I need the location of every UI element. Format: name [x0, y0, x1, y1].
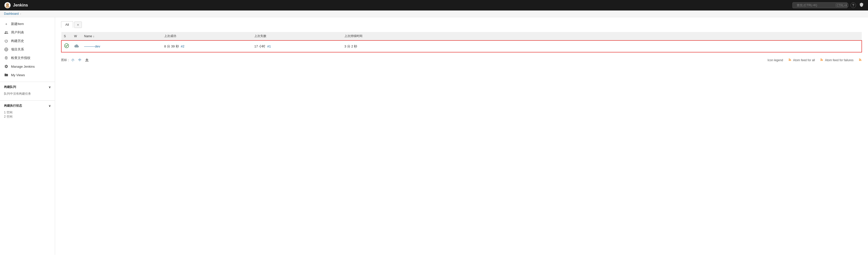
sidebar: + 新建Item 用户列表 构建历史 项目关系 检查文件指纹 [0, 17, 55, 255]
build-queue-header[interactable]: 构建队列 ∨ [0, 83, 55, 90]
icon-legend-button[interactable]: Icon legend [768, 59, 783, 62]
col-header-s: S [61, 32, 71, 40]
build-executor-slot-1: 1 空闲 [4, 110, 51, 115]
atom-feed-all-button[interactable]: Atom feed for all [788, 58, 815, 62]
job-last-duration-cell: 3 分 2 秒 [342, 40, 862, 52]
job-weather-cloud-icon [74, 45, 79, 49]
sidebar-label-file-fingerprint: 检查文件指纹 [11, 56, 31, 60]
main-content: All + S W Name ↓ 上次成功 [55, 17, 868, 255]
my-views-icon [4, 73, 8, 77]
build-queue-collapse-icon: ∨ [49, 85, 51, 89]
job-name-cell: ———-dev [82, 40, 162, 52]
breadcrumb: Dashboard › [0, 10, 868, 17]
app-logo: Jenkins [4, 2, 28, 9]
sidebar-label-users: 用户列表 [11, 30, 24, 35]
jenkins-logo-icon [4, 2, 11, 9]
icon-size-separator: : [68, 59, 69, 62]
svg-point-9 [789, 60, 789, 61]
job-last-success-cell: 8 分 39 秒 #2 [162, 40, 252, 52]
build-executor-collapse-icon: ∨ [49, 104, 51, 108]
app-name: Jenkins [13, 3, 28, 7]
users-icon [4, 30, 8, 35]
search-box[interactable]: CTRL+K [793, 2, 847, 8]
sidebar-item-manage-jenkins[interactable]: Manage Jenkins [0, 62, 55, 71]
manage-jenkins-icon [4, 64, 8, 69]
sidebar-item-my-views[interactable]: My Views [0, 71, 55, 79]
icon-size-small[interactable]: 小 [70, 58, 76, 63]
sidebar-item-project-relations[interactable]: 项目关系 [0, 45, 55, 54]
icon-legend-label: Icon legend [768, 59, 783, 62]
build-queue-title: 构建队列 [4, 85, 16, 89]
sidebar-item-build-history[interactable]: 构建历史 [0, 37, 55, 45]
svg-point-4 [8, 4, 8, 4]
help-button[interactable]: ? [850, 2, 856, 8]
sidebar-item-file-fingerprint[interactable]: 检查文件指纹 [0, 54, 55, 62]
jobs-table-head: S W Name ↓ 上次成功 上次失败 上次持续时间 [61, 32, 862, 40]
tab-all[interactable]: All [61, 21, 73, 28]
icon-size-controls: 图标 : 小 中 大 [61, 58, 90, 63]
last-failure-build-link[interactable]: #1 [267, 44, 271, 48]
new-item-icon: + [4, 22, 8, 26]
build-history-icon [4, 39, 8, 43]
atom-feed-all-icon [788, 58, 792, 62]
atom-feed-failures-icon [820, 58, 824, 62]
svg-point-11 [859, 60, 860, 61]
col-header-name[interactable]: Name ↓ [82, 32, 162, 40]
build-executor-title: 构建执行状态 [4, 104, 22, 108]
jobs-table-body: ———-dev 8 分 39 秒 #2 17 小时 #1 [61, 40, 862, 52]
icon-size-medium[interactable]: 中 [77, 58, 83, 63]
job-weather-cell [71, 40, 82, 52]
table-row: ———-dev 8 分 39 秒 #2 17 小时 #1 [61, 40, 862, 52]
job-status-success-icon [64, 44, 69, 49]
sidebar-item-users[interactable]: 用户列表 [0, 28, 55, 37]
atom-feed-failures-label: Atom feed for failures [825, 59, 854, 62]
page-layout: + 新建Item 用户列表 构建历史 项目关系 检查文件指纹 [0, 17, 868, 255]
sidebar-item-new-item[interactable]: + 新建Item [0, 20, 55, 28]
atom-feed-failures-button[interactable]: Atom feed for failures [820, 58, 854, 62]
breadcrumb-dashboard[interactable]: Dashboard [4, 12, 19, 15]
svg-point-3 [6, 4, 7, 4]
search-input[interactable] [797, 3, 834, 7]
sidebar-label-build-history: 构建历史 [11, 39, 24, 43]
atom-feed-all-label: Atom feed for all [793, 59, 815, 62]
job-name-link[interactable]: ———-dev [84, 44, 100, 48]
extra-feed-icon [859, 58, 862, 62]
jobs-table: S W Name ↓ 上次成功 上次失败 上次持续时间 [61, 32, 862, 52]
view-tabs: All + [61, 21, 862, 28]
search-shortcut: CTRL+K [836, 3, 848, 7]
breadcrumb-separator: › [20, 12, 21, 15]
col-header-last-duration: 上次持续时间 [342, 32, 862, 40]
last-success-build-link[interactable]: #2 [181, 44, 184, 48]
col-header-w: W [71, 32, 82, 40]
build-executor-header[interactable]: 构建执行状态 ∨ [0, 102, 55, 109]
build-executor-section: 构建执行状态 ∨ 1 空闲 2 空闲 [0, 100, 55, 121]
col-header-last-success: 上次成功 [162, 32, 252, 40]
svg-point-2 [5, 5, 9, 8]
main-header: Jenkins CTRL+K ? [0, 0, 868, 10]
icon-size-label: 图标 [61, 58, 67, 62]
sidebar-label-my-views: My Views [11, 73, 25, 77]
security-icon[interactable] [859, 2, 864, 8]
build-queue-section: 构建队列 ∨ 队列中没有构建任务 [0, 82, 55, 98]
build-executor-content: 1 空闲 2 空闲 [0, 109, 55, 121]
svg-point-8 [65, 44, 69, 48]
job-last-failure-cell: 17 小时 #1 [252, 40, 342, 52]
build-queue-empty: 队列中没有构建任务 [4, 92, 31, 96]
icon-size-large[interactable]: 大 [84, 58, 90, 63]
sidebar-label-manage-jenkins: Manage Jenkins [11, 65, 35, 68]
sidebar-label-project-relations: 项目关系 [11, 47, 24, 52]
table-footer: 图标 : 小 中 大 Icon legend Atom f [61, 57, 862, 64]
jobs-table-header-row: S W Name ↓ 上次成功 上次失败 上次持续时间 [61, 32, 862, 40]
sidebar-label-new-item: 新建Item [11, 22, 24, 26]
extra-feed-button[interactable] [859, 58, 862, 62]
tab-add-button[interactable]: + [74, 22, 82, 28]
job-status-cell [61, 40, 71, 52]
project-relations-icon [4, 47, 8, 52]
file-fingerprint-icon [4, 56, 8, 60]
col-header-last-failure: 上次失败 [252, 32, 342, 40]
footer-right: Icon legend Atom feed for all [768, 58, 862, 62]
svg-point-10 [820, 60, 821, 61]
build-queue-content: 队列中没有构建任务 [0, 90, 55, 98]
build-executor-slot-2: 2 空闲 [4, 115, 51, 119]
